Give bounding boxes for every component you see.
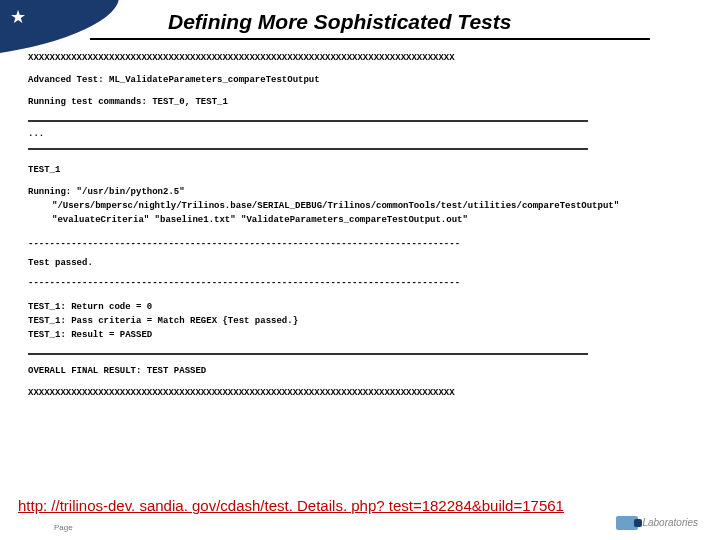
logo-swoosh: ★: [0, 0, 120, 60]
dash-rule: ----------------------------------------…: [28, 277, 700, 291]
slide: ★ Defining More Sophisticated Tests XXXX…: [0, 0, 720, 540]
slide-body: XXXXXXXXXXXXXXXXXXXXXXXXXXXXXXXXXXXXXXXX…: [28, 52, 700, 401]
pass-criteria: TEST_1: Pass criteria = Match REGEX {Tes…: [28, 315, 700, 329]
ellipsis: ...: [28, 128, 700, 142]
advanced-test-line: Advanced Test: ML_ValidateParameters_com…: [28, 74, 700, 88]
overall-result: OVERALL FINAL RESULT: TEST PASSED: [28, 365, 700, 379]
run-cmd-line-2: "/Users/bmpersc/nightly/Trilinos.base/SE…: [28, 200, 700, 214]
footer-lab-text: Laboratories: [642, 517, 698, 528]
return-code: TEST_1: Return code = 0: [28, 301, 700, 315]
run-cmd-line-3: "evaluateCriteria" "baseline1.txt" "Vali…: [28, 214, 700, 228]
thick-rule: [28, 120, 588, 122]
details-url-link[interactable]: http: //trilinos-dev. sandia. gov/cdash/…: [18, 497, 564, 514]
result: TEST_1: Result = PASSED: [28, 329, 700, 343]
test-passed: Test passed.: [28, 257, 700, 271]
title-underline: [90, 38, 650, 40]
run-cmd-line-1: Running: "/usr/bin/python2.5": [28, 186, 700, 200]
test-label: TEST_1: [28, 164, 700, 178]
dash-rule: ----------------------------------------…: [28, 238, 700, 252]
running-line: Running test commands: TEST_0, TEST_1: [28, 96, 700, 110]
footer-lab: Laboratories: [616, 516, 698, 530]
footer-page: Page: [54, 523, 73, 532]
lab-logo-icon: [616, 516, 638, 530]
slide-title: Defining More Sophisticated Tests: [168, 10, 511, 34]
x-divider-top: XXXXXXXXXXXXXXXXXXXXXXXXXXXXXXXXXXXXXXXX…: [28, 52, 700, 66]
x-divider-bottom: XXXXXXXXXXXXXXXXXXXXXXXXXXXXXXXXXXXXXXXX…: [28, 387, 700, 401]
star-icon: ★: [10, 6, 26, 28]
thick-rule: [28, 353, 588, 355]
thick-rule: [28, 148, 588, 150]
